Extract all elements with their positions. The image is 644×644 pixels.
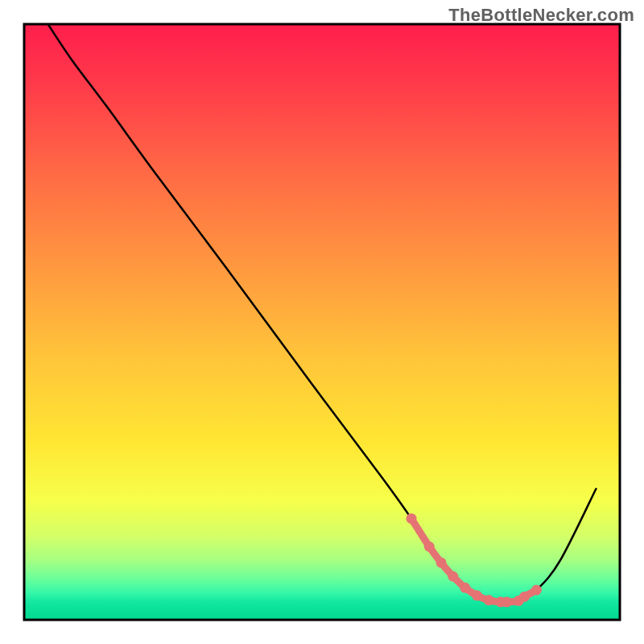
highlight-dot [519,592,530,602]
chart-container: TheBottleNecker.com [0,0,644,644]
bottleneck-chart [0,0,644,644]
highlight-dot [448,571,458,581]
highlight-dot [531,585,542,596]
highlight-dot [424,541,435,551]
highlight-dot [436,557,447,568]
highlight-dot [472,590,482,601]
highlight-dot [484,595,494,605]
highlight-dot [502,597,512,607]
plot-background [24,24,620,620]
highlight-dot [407,514,417,524]
highlight-dot [460,583,470,593]
